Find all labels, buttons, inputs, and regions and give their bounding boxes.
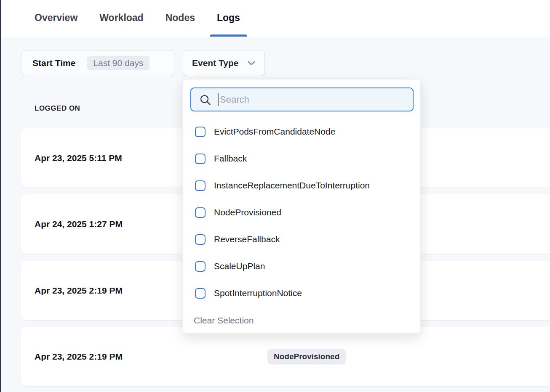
checkbox-icon[interactable] (195, 127, 206, 137)
option-label: EvictPodsFromCandidateNode (214, 127, 335, 137)
start-time-label: Start Time (32, 58, 75, 68)
checkbox-icon[interactable] (195, 234, 206, 245)
option-fallback[interactable]: Fallback (183, 145, 420, 172)
tab-workload[interactable]: Workload (93, 0, 150, 36)
tab-bar: Overview Workload Nodes Logs (0, 0, 550, 36)
option-instancereplacementduetointerruption[interactable]: InstanceReplacementDueToInterruption (183, 172, 420, 199)
option-scaleupplan[interactable]: ScaleUpPlan (183, 253, 420, 280)
checkbox-icon[interactable] (195, 154, 206, 164)
table-row[interactable]: Apr 23, 2025 2:19 PM NodeProvisioned (21, 327, 550, 386)
checkbox-icon[interactable] (195, 207, 206, 218)
left-edge-bar (0, 0, 1, 392)
logged-on-value: Apr 23, 2025 5:11 PM (35, 153, 122, 163)
option-label: NodeProvisioned (214, 207, 281, 217)
option-label: InstanceReplacementDueToInterruption (214, 180, 370, 191)
option-nodeprovisioned[interactable]: NodeProvisioned (183, 199, 420, 226)
tab-overview[interactable]: Overview (28, 0, 84, 36)
chevron-down-icon (247, 61, 256, 66)
dropdown-search-input[interactable] (191, 88, 413, 111)
event-type-dropdown-panel: EvictPodsFromCandidateNode Fallback Inst… (182, 79, 421, 334)
start-time-filter-button[interactable]: Start Time Last 90 days (21, 50, 174, 76)
logged-on-value: Apr 24, 2025 1:27 PM (35, 219, 123, 229)
option-evictpodsfromcandidatenode[interactable]: EvictPodsFromCandidateNode (183, 118, 420, 145)
logged-on-value: Apr 23, 2025 2:19 PM (35, 352, 123, 362)
option-spotinterruptionnotice[interactable]: SpotInterruptionNotice (183, 280, 420, 307)
filter-divider (81, 57, 81, 69)
option-label: ScaleUpPlan (214, 261, 265, 271)
event-type-badge: NodeProvisioned (267, 349, 346, 364)
tab-nodes[interactable]: Nodes (159, 0, 202, 36)
checkbox-icon[interactable] (195, 288, 206, 299)
logged-on-value: Apr 23, 2025 2:19 PM (35, 286, 123, 296)
logs-content: Start Time Last 90 days Event Type LOGGE… (0, 37, 550, 392)
checkbox-icon[interactable] (195, 180, 206, 191)
event-type-filter-button[interactable]: Event Type (183, 50, 265, 76)
tab-logs[interactable]: Logs (210, 0, 247, 36)
dropdown-search-box (190, 87, 414, 111)
checkbox-icon[interactable] (195, 261, 206, 272)
event-type-label: Event Type (192, 58, 238, 68)
column-header-logged-on: LOGGED ON (35, 104, 80, 113)
event-type-options-list: EvictPodsFromCandidateNode Fallback Inst… (183, 118, 420, 307)
option-label: Fallback (214, 154, 247, 164)
clear-selection-button[interactable]: Clear Selection (194, 315, 254, 326)
option-label: ReverseFallback (214, 234, 280, 244)
start-time-value-pill: Last 90 days (87, 56, 150, 70)
option-label: SpotInterruptionNotice (214, 288, 302, 298)
option-reversefallback[interactable]: ReverseFallback (183, 226, 420, 253)
